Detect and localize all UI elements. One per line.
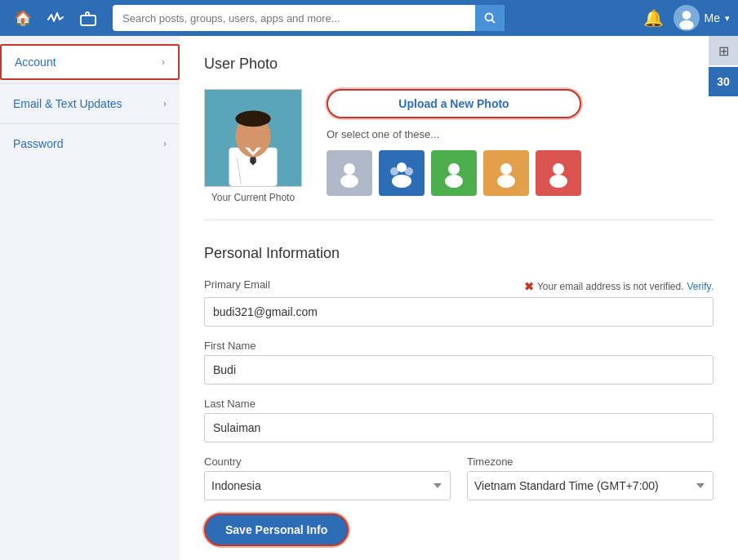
current-photo-wrap: Your Current Photo — [204, 89, 302, 203]
upload-photo-button[interactable]: Upload a New Photo — [327, 89, 581, 118]
avatar-option-blue[interactable] — [379, 150, 425, 196]
svg-point-21 — [500, 163, 512, 175]
user-photo-title: User Photo — [204, 56, 714, 73]
svg-point-22 — [497, 175, 515, 188]
sidebar-password-label: Password — [13, 137, 63, 150]
svg-point-20 — [445, 175, 463, 188]
svg-point-23 — [553, 163, 564, 175]
page-layout: Account › Email & Text Updates › Passwor… — [0, 36, 738, 560]
topnav-right: 🔔 Me ▾ — [640, 5, 730, 31]
timezone-group: Timezone Vietnam Standard Time (GMT+7:00… — [467, 456, 714, 500]
or-select-label: Or select one of these... — [327, 128, 581, 140]
pulse-icon[interactable] — [41, 3, 70, 33]
svg-rect-0 — [81, 16, 96, 25]
last-name-label: Last Name — [204, 398, 714, 410]
sidebar-divider-2 — [0, 123, 180, 124]
sidebar-item-email-updates[interactable]: Email & Text Updates › — [0, 87, 180, 120]
user-chevron-icon: ▾ — [725, 13, 730, 24]
avatar — [674, 5, 700, 31]
avatar-option-green[interactable] — [431, 150, 477, 196]
svg-point-19 — [448, 163, 460, 175]
svg-point-24 — [549, 175, 567, 188]
chevron-right-icon-3: › — [163, 138, 167, 149]
email-row: Primary Email ✖ Your email address is no… — [204, 278, 714, 294]
personal-info-title: Personal Information — [204, 245, 714, 262]
svg-point-13 — [344, 163, 355, 175]
country-timezone-row: Country Indonesia Timezone Vietnam Stand… — [204, 456, 714, 513]
personal-info-section: Personal Information Primary Email ✖ You… — [204, 245, 714, 546]
main-content: User Photo — [180, 36, 738, 560]
search-input[interactable] — [113, 5, 505, 31]
x-mark-icon: ✖ — [524, 280, 534, 293]
sidebar-account-label: Account — [15, 56, 56, 69]
search-button[interactable] — [475, 5, 505, 31]
svg-point-14 — [340, 175, 358, 188]
photo-options: Upload a New Photo Or select one of thes… — [327, 89, 581, 196]
svg-point-4 — [682, 11, 691, 20]
email-warning: ✖ Your email address is not verified. Ve… — [524, 280, 714, 293]
side-widgets: ⊞ 30 — [709, 36, 738, 96]
current-photo-image — [204, 89, 302, 187]
first-name-input[interactable] — [204, 355, 714, 384]
avatar-option-red[interactable] — [536, 150, 581, 196]
email-warning-text: Your email address is not verified. — [537, 281, 684, 292]
me-label: Me — [705, 11, 720, 24]
sidebar-email-label: Email & Text Updates — [13, 97, 122, 110]
sidebar-item-password[interactable]: Password › — [0, 127, 180, 160]
top-navigation: 🏠 🔔 Me — [0, 0, 738, 36]
briefcase-icon[interactable] — [73, 3, 103, 33]
grid-widget-icon[interactable]: ⊞ — [709, 36, 738, 65]
last-name-input[interactable] — [204, 413, 714, 442]
last-name-group: Last Name — [204, 398, 714, 442]
svg-point-1 — [486, 14, 493, 21]
first-name-label: First Name — [204, 340, 714, 352]
country-label: Country — [204, 456, 451, 468]
timezone-select[interactable]: Vietnam Standard Time (GMT+7:00) — [467, 471, 714, 500]
home-icon[interactable]: 🏠 — [8, 3, 38, 33]
svg-point-10 — [235, 111, 270, 127]
svg-line-2 — [492, 20, 496, 24]
user-menu[interactable]: Me ▾ — [674, 5, 730, 31]
svg-point-16 — [390, 167, 398, 176]
save-personal-info-button[interactable]: Save Personal Info — [204, 513, 349, 546]
calendar-widget[interactable]: 30 — [709, 67, 738, 96]
verify-link[interactable]: Verify. — [687, 281, 714, 292]
primary-email-group: Primary Email ✖ Your email address is no… — [204, 278, 714, 327]
search-area — [113, 5, 505, 31]
country-select[interactable]: Indonesia — [204, 471, 451, 500]
svg-point-18 — [392, 175, 411, 188]
first-name-group: First Name — [204, 340, 714, 384]
primary-email-input[interactable] — [204, 297, 714, 327]
current-photo-label: Your Current Photo — [211, 192, 295, 203]
sidebar-divider — [0, 83, 180, 84]
notification-bell-icon[interactable]: 🔔 — [640, 5, 667, 31]
timezone-label: Timezone — [467, 456, 714, 468]
sidebar: Account › Email & Text Updates › Passwor… — [0, 36, 180, 560]
avatar-option-gray[interactable] — [327, 150, 372, 196]
avatar-option-orange[interactable] — [483, 150, 529, 196]
svg-point-17 — [405, 167, 413, 176]
chevron-right-icon: › — [162, 56, 165, 68]
avatar-options — [327, 150, 581, 196]
primary-email-label: Primary Email — [204, 278, 270, 291]
chevron-right-icon-2: › — [163, 98, 167, 109]
country-group: Country Indonesia — [204, 456, 451, 500]
sidebar-item-account[interactable]: Account › — [0, 44, 180, 80]
user-photo-section: Your Current Photo Upload a New Photo Or… — [204, 89, 714, 220]
